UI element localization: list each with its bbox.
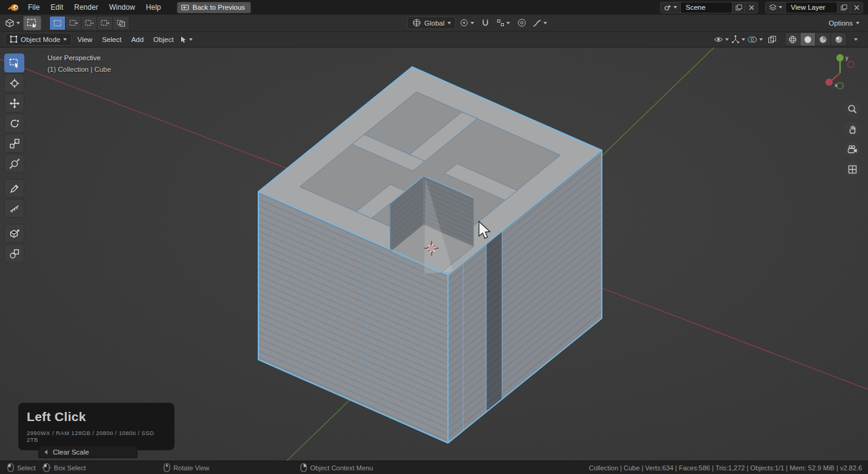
tool-annotate[interactable] — [4, 179, 24, 198]
topbar: File Edit Render Window Help Back to Pre… — [0, 0, 868, 15]
pivot-point-dropdown[interactable] — [460, 16, 474, 30]
chevron-down-icon — [779, 6, 782, 9]
overlays-dropdown[interactable] — [747, 33, 763, 46]
shading-solid-button[interactable] — [801, 33, 816, 46]
zoom-button[interactable] — [844, 101, 860, 117]
viewport-3d[interactable]: User Perspective (1) Collection | Cube — [0, 47, 868, 461]
blender-menu-button[interactable] — [5, 2, 22, 13]
close-icon — [854, 5, 859, 10]
chevron-down-icon — [742, 38, 745, 41]
menu-window[interactable]: Window — [104, 1, 140, 13]
tool-measure[interactable] — [4, 199, 24, 218]
chevron-down-icon — [16, 22, 20, 24]
select-mode-subtract[interactable] — [81, 16, 97, 30]
material-sphere-icon — [819, 35, 827, 44]
viewport-canvas[interactable] — [0, 47, 868, 461]
transform-icon — [9, 158, 20, 169]
tool-shelf-separator — [4, 174, 24, 178]
camera-view-button[interactable] — [844, 141, 860, 157]
object-mode-icon — [10, 35, 18, 43]
chevron-down-icon — [506, 22, 510, 24]
xray-toggle[interactable] — [765, 33, 779, 46]
shading-settings-dropdown[interactable] — [849, 33, 863, 46]
rendered-sphere-icon — [835, 35, 843, 44]
view-layer-browse-button[interactable] — [766, 2, 786, 13]
hint-select-label: Select — [17, 464, 36, 472]
snap-toggle-button[interactable] — [478, 16, 492, 30]
select-mode-set[interactable] — [50, 16, 66, 30]
hint-select: Select — [7, 463, 36, 472]
shading-wireframe-button[interactable] — [785, 33, 801, 46]
view-layer-name-field[interactable]: View Layer — [786, 2, 837, 13]
shading-rendered-button[interactable] — [831, 33, 846, 46]
menu-edit[interactable]: Edit — [46, 1, 68, 13]
menu-render[interactable]: Render — [69, 1, 103, 13]
tool-extras[interactable] — [4, 244, 24, 263]
viewport-editor-icon — [5, 18, 15, 27]
viewport-header-right — [714, 32, 863, 46]
editor-type-dropdown[interactable] — [5, 16, 20, 30]
xray-icon — [768, 35, 776, 44]
magnet-icon — [481, 18, 490, 27]
tool-scale[interactable] — [4, 134, 24, 153]
chevron-down-icon — [673, 6, 677, 9]
transform-snap-cluster: Global — [407, 16, 547, 30]
options-dropdown[interactable]: Options — [825, 18, 863, 28]
eye-icon — [714, 36, 723, 43]
global-orientation-icon — [412, 18, 421, 27]
back-to-previous-label: Back to Previous — [193, 4, 245, 11]
tool-cursor[interactable] — [4, 74, 24, 92]
tool-select-box[interactable] — [4, 54, 24, 72]
gizmo-y-label: y — [846, 55, 849, 61]
shading-material-button[interactable] — [816, 33, 831, 46]
wireframe-sphere-icon — [788, 35, 797, 44]
object-visibility-dropdown[interactable] — [714, 33, 729, 46]
tool-fallback-dropdown[interactable] — [179, 33, 194, 46]
menu-view[interactable]: View — [73, 34, 97, 45]
menu-object[interactable]: Object — [149, 34, 177, 45]
select-mode-invert[interactable] — [97, 16, 113, 30]
active-tool-button[interactable] — [23, 16, 41, 30]
mode-dropdown[interactable]: Object Mode — [5, 33, 72, 46]
navigation-gizmo[interactable]: y x — [821, 51, 859, 90]
menu-select[interactable]: Select — [98, 34, 126, 45]
view-layer-selector: View Layer — [765, 2, 863, 13]
orientation-dropdown[interactable]: Global — [407, 16, 456, 29]
menu-add[interactable]: Add — [127, 34, 148, 45]
layers-icon — [769, 4, 777, 11]
tool-transform[interactable] — [4, 154, 24, 173]
menu-item-clear-scale[interactable]: Clear Scale — [53, 448, 89, 456]
tool-move[interactable] — [4, 94, 24, 113]
remove-view-layer-button[interactable] — [850, 2, 863, 13]
snap-settings-dropdown[interactable] — [496, 16, 511, 30]
tool-rotate[interactable] — [4, 114, 24, 133]
scene-name-field[interactable]: Scene — [681, 2, 732, 13]
orientation-label: Global — [424, 19, 444, 27]
back-to-previous-button[interactable]: Back to Previous — [177, 2, 251, 13]
pan-button[interactable] — [844, 121, 860, 137]
scene-selector: Scene — [660, 2, 758, 13]
screencast-event-label: Left Click — [27, 410, 166, 424]
tool-add-cube[interactable] — [4, 224, 24, 243]
falloff-dropdown[interactable] — [532, 16, 547, 30]
chevron-down-icon — [447, 22, 451, 24]
select-box-icon — [9, 58, 20, 69]
gizmos-dropdown[interactable] — [731, 33, 745, 46]
hand-icon — [847, 124, 857, 134]
new-view-layer-button[interactable] — [837, 2, 850, 13]
proportional-editing-toggle[interactable] — [514, 16, 529, 30]
unlink-scene-button[interactable] — [745, 2, 757, 13]
model-cube[interactable] — [258, 67, 602, 443]
chevron-down-icon — [543, 22, 547, 24]
select-mode-extend[interactable] — [66, 16, 81, 30]
ortho-toggle-button[interactable] — [844, 161, 860, 177]
active-object-label: (1) Collection | Cube — [47, 66, 111, 73]
overlays-icon — [747, 36, 757, 43]
menu-help[interactable]: Help — [141, 1, 166, 13]
select-mode-intersect[interactable] — [113, 16, 129, 30]
menu-file[interactable]: File — [23, 1, 44, 13]
new-scene-button[interactable] — [732, 2, 745, 13]
context-menu-remnant: Clear Scale — [38, 445, 137, 458]
snap-increment-icon — [497, 19, 505, 27]
scene-browse-button[interactable] — [661, 2, 681, 13]
